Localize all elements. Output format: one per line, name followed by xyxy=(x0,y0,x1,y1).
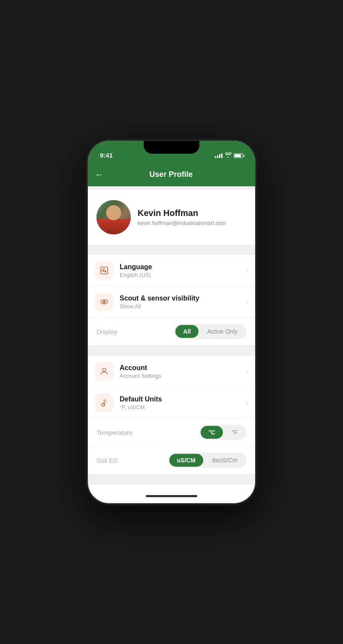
default-units-title: Default Units xyxy=(120,395,246,403)
phone-frame: 9:41 ← User Pr xyxy=(88,141,255,503)
profile-card: Kevin Hoffman kevin.hoffman@industrialsm… xyxy=(88,190,255,245)
soil-ec-uscm-button[interactable]: uS/CM xyxy=(169,454,204,467)
section-divider-2 xyxy=(88,349,255,352)
account-title: Account xyxy=(120,364,246,372)
display-toggle-row: Display All Active Only xyxy=(88,318,255,346)
display-all-button[interactable]: All xyxy=(175,325,199,338)
scout-sensor-subtitle: Show All xyxy=(120,303,246,310)
account-subtitle: Account Settings xyxy=(120,373,246,379)
signal-bars-icon xyxy=(215,153,223,158)
account-card: Account Account Settings › xyxy=(88,356,255,474)
language-card: A 文 Language English (US) › xyxy=(88,255,255,346)
svg-text:文: 文 xyxy=(104,270,107,273)
scout-sensor-text: Scout & sensor visibility Show All xyxy=(120,295,246,310)
account-text: Account Account Settings xyxy=(120,364,246,379)
temperature-label: Temperature xyxy=(96,429,199,436)
notch xyxy=(144,141,199,154)
default-units-icon-wrap xyxy=(95,393,114,412)
thermometer-icon xyxy=(99,398,109,407)
scout-sensor-icon-wrap xyxy=(95,292,114,311)
profile-section: Kevin Hoffman kevin.hoffman@industrialsm… xyxy=(88,190,255,245)
language-chevron: › xyxy=(246,267,248,274)
bottom-items-card: Services 3 subscriptions › xyxy=(88,485,255,489)
status-icons xyxy=(215,152,243,159)
app-header: ← User Profile xyxy=(88,162,255,186)
soil-ec-dscis-button[interactable]: dsciS/Cm xyxy=(204,454,245,467)
eye-icon xyxy=(99,297,109,307)
section-divider-3 xyxy=(88,478,255,481)
battery-icon xyxy=(234,153,243,158)
display-toggle-group: All Active Only xyxy=(174,324,247,339)
scout-sensor-chevron: › xyxy=(246,298,248,306)
language-subtitle: English (US) xyxy=(120,272,246,278)
language-icon-wrap: A 文 xyxy=(95,261,114,280)
account-icon-wrap xyxy=(95,362,114,381)
display-active-only-button[interactable]: Active Only xyxy=(199,325,245,338)
language-text: Language English (US) xyxy=(120,263,246,278)
temperature-toggle-row: Temperature °C °F xyxy=(88,419,255,447)
person-icon xyxy=(99,367,109,376)
profile-name: Kevin Hoffman xyxy=(138,208,247,218)
phone-screen: 9:41 ← User Pr xyxy=(88,141,255,503)
display-label: Display xyxy=(96,328,174,335)
soil-ec-toggle-group: uS/CM dsciS/Cm xyxy=(168,453,247,468)
temperature-toggle-group: °C °F xyxy=(199,425,247,440)
account-menu-item[interactable]: Account Account Settings › xyxy=(88,356,255,387)
avatar xyxy=(96,200,131,234)
default-units-menu-item[interactable]: Default Units °F, uS/CM › xyxy=(88,387,255,419)
default-units-text: Default Units °F, uS/CM xyxy=(120,395,246,410)
profile-info: Kevin Hoffman kevin.hoffman@industrialsm… xyxy=(138,208,247,226)
svg-point-5 xyxy=(104,301,105,302)
svg-text:A: A xyxy=(102,269,104,273)
temperature-fahrenheit-button[interactable]: °F xyxy=(224,426,245,439)
home-bar xyxy=(146,495,197,497)
wifi-icon xyxy=(225,152,232,159)
scout-sensor-title: Scout & sensor visibility xyxy=(120,295,246,302)
language-menu-item[interactable]: A 文 Language English (US) › xyxy=(88,255,255,286)
svg-point-6 xyxy=(102,368,105,371)
services-menu-item[interactable]: Services 3 subscriptions › xyxy=(88,485,255,489)
page-title: User Profile xyxy=(107,170,235,179)
temperature-celsius-button[interactable]: °C xyxy=(201,426,223,439)
profile-email: kevin.hoffman@industrialsmart.com xyxy=(138,220,247,226)
default-units-chevron: › xyxy=(246,399,248,407)
back-button[interactable]: ← xyxy=(95,168,107,181)
section-divider-1 xyxy=(88,248,255,252)
scout-sensor-menu-item[interactable]: Scout & sensor visibility Show All › xyxy=(88,286,255,318)
soil-ec-toggle-row: Soil EC uS/CM dsciS/Cm xyxy=(88,447,255,474)
language-title: Language xyxy=(120,263,246,271)
default-units-subtitle: °F, uS/CM xyxy=(120,404,246,410)
status-time: 9:41 xyxy=(100,152,113,159)
main-content: Kevin Hoffman kevin.hoffman@industrialsm… xyxy=(88,186,255,489)
account-chevron: › xyxy=(246,368,248,375)
language-icon: A 文 xyxy=(99,266,109,275)
home-indicator xyxy=(88,489,255,503)
soil-ec-label: Soil EC xyxy=(96,457,168,464)
